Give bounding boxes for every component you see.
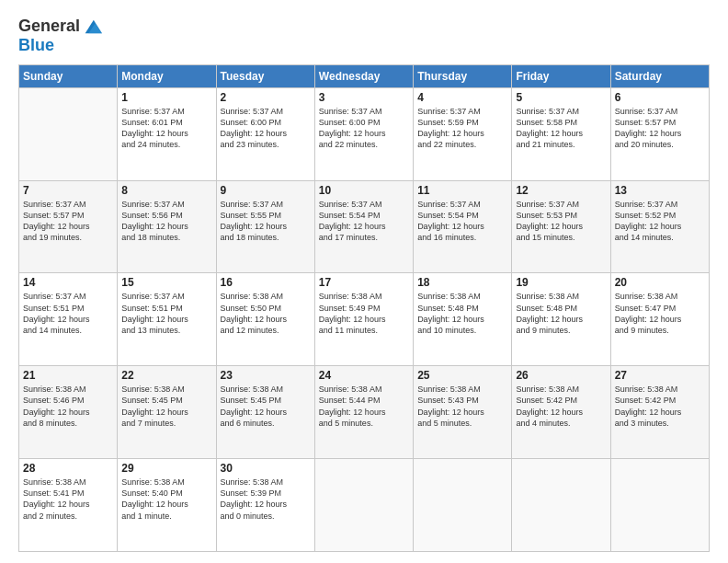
- calendar-table: SundayMondayTuesdayWednesdayThursdayFrid…: [18, 64, 710, 552]
- calendar-cell: 23Sunrise: 5:38 AM Sunset: 5:45 PM Dayli…: [216, 366, 314, 459]
- day-number: 15: [121, 276, 211, 289]
- calendar-weekday-sunday: Sunday: [19, 64, 118, 87]
- calendar-weekday-saturday: Saturday: [610, 64, 709, 87]
- day-info: Sunrise: 5:37 AM Sunset: 5:56 PM Dayligh…: [121, 199, 211, 244]
- calendar-cell: [610, 459, 709, 552]
- day-number: 14: [23, 276, 113, 289]
- day-info: Sunrise: 5:38 AM Sunset: 5:43 PM Dayligh…: [417, 384, 507, 429]
- calendar-cell: 28Sunrise: 5:38 AM Sunset: 5:41 PM Dayli…: [19, 459, 118, 552]
- day-number: 23: [221, 369, 311, 382]
- day-number: 21: [23, 369, 113, 382]
- calendar-cell: 12Sunrise: 5:37 AM Sunset: 5:53 PM Dayli…: [512, 180, 610, 273]
- calendar-week-row: 7Sunrise: 5:37 AM Sunset: 5:57 PM Daylig…: [19, 180, 710, 273]
- day-info: Sunrise: 5:38 AM Sunset: 5:45 PM Dayligh…: [221, 384, 311, 429]
- calendar-cell: 5Sunrise: 5:37 AM Sunset: 5:58 PM Daylig…: [512, 87, 610, 180]
- calendar-week-row: 1Sunrise: 5:37 AM Sunset: 6:01 PM Daylig…: [19, 87, 710, 180]
- calendar-cell: 24Sunrise: 5:38 AM Sunset: 5:44 PM Dayli…: [314, 366, 413, 459]
- calendar-cell: 8Sunrise: 5:37 AM Sunset: 5:56 PM Daylig…: [118, 180, 216, 273]
- day-info: Sunrise: 5:37 AM Sunset: 5:51 PM Dayligh…: [121, 291, 211, 336]
- calendar-week-row: 21Sunrise: 5:38 AM Sunset: 5:46 PM Dayli…: [19, 366, 710, 459]
- day-number: 2: [221, 91, 311, 104]
- logo-text: General: [18, 17, 80, 36]
- calendar-weekday-wednesday: Wednesday: [314, 64, 413, 87]
- calendar-week-row: 28Sunrise: 5:38 AM Sunset: 5:41 PM Dayli…: [19, 459, 710, 552]
- calendar-cell: 26Sunrise: 5:38 AM Sunset: 5:42 PM Dayli…: [512, 366, 610, 459]
- calendar-cell: 19Sunrise: 5:38 AM Sunset: 5:48 PM Dayli…: [512, 273, 610, 366]
- calendar-cell: 2Sunrise: 5:37 AM Sunset: 6:00 PM Daylig…: [216, 87, 314, 180]
- logo: General Blue: [18, 17, 102, 55]
- day-number: 7: [23, 184, 113, 197]
- day-info: Sunrise: 5:37 AM Sunset: 5:58 PM Dayligh…: [516, 106, 606, 151]
- logo-icon: [82, 17, 102, 37]
- calendar-weekday-monday: Monday: [118, 64, 216, 87]
- day-number: 1: [121, 91, 211, 104]
- day-info: Sunrise: 5:37 AM Sunset: 5:57 PM Dayligh…: [23, 199, 113, 244]
- calendar-header-row: SundayMondayTuesdayWednesdayThursdayFrid…: [19, 64, 710, 87]
- calendar-cell: 21Sunrise: 5:38 AM Sunset: 5:46 PM Dayli…: [19, 366, 118, 459]
- day-info: Sunrise: 5:38 AM Sunset: 5:42 PM Dayligh…: [516, 384, 606, 429]
- calendar-cell: 22Sunrise: 5:38 AM Sunset: 5:45 PM Dayli…: [118, 366, 216, 459]
- calendar-cell: [314, 459, 413, 552]
- day-number: 29: [121, 462, 211, 475]
- calendar-cell: 16Sunrise: 5:38 AM Sunset: 5:50 PM Dayli…: [216, 273, 314, 366]
- calendar-cell: 20Sunrise: 5:38 AM Sunset: 5:47 PM Dayli…: [610, 273, 709, 366]
- day-number: 9: [221, 184, 311, 197]
- day-number: 10: [319, 184, 409, 197]
- day-number: 28: [23, 462, 113, 475]
- calendar-cell: 6Sunrise: 5:37 AM Sunset: 5:57 PM Daylig…: [610, 87, 709, 180]
- day-info: Sunrise: 5:37 AM Sunset: 5:51 PM Dayligh…: [23, 291, 113, 336]
- calendar-cell: [19, 87, 118, 180]
- calendar-cell: [414, 459, 512, 552]
- day-info: Sunrise: 5:37 AM Sunset: 5:59 PM Dayligh…: [417, 106, 507, 151]
- day-info: Sunrise: 5:38 AM Sunset: 5:45 PM Dayligh…: [121, 384, 211, 429]
- day-info: Sunrise: 5:38 AM Sunset: 5:49 PM Dayligh…: [319, 291, 409, 336]
- calendar-cell: 18Sunrise: 5:38 AM Sunset: 5:48 PM Dayli…: [414, 273, 512, 366]
- day-number: 12: [516, 184, 606, 197]
- day-number: 20: [615, 276, 705, 289]
- header: General Blue: [18, 17, 710, 55]
- day-number: 5: [516, 91, 606, 104]
- day-info: Sunrise: 5:37 AM Sunset: 5:52 PM Dayligh…: [615, 199, 705, 244]
- calendar-cell: 3Sunrise: 5:37 AM Sunset: 6:00 PM Daylig…: [314, 87, 413, 180]
- page: General Blue SundayMondayTuesdayWednesda…: [0, 0, 728, 563]
- calendar-cell: 25Sunrise: 5:38 AM Sunset: 5:43 PM Dayli…: [414, 366, 512, 459]
- calendar-cell: 13Sunrise: 5:37 AM Sunset: 5:52 PM Dayli…: [610, 180, 709, 273]
- calendar-cell: 1Sunrise: 5:37 AM Sunset: 6:01 PM Daylig…: [118, 87, 216, 180]
- day-info: Sunrise: 5:38 AM Sunset: 5:39 PM Dayligh…: [221, 477, 311, 522]
- day-info: Sunrise: 5:38 AM Sunset: 5:42 PM Dayligh…: [615, 384, 705, 429]
- day-number: 25: [417, 369, 507, 382]
- day-number: 19: [516, 276, 606, 289]
- day-info: Sunrise: 5:37 AM Sunset: 6:00 PM Dayligh…: [319, 106, 409, 151]
- calendar-cell: 30Sunrise: 5:38 AM Sunset: 5:39 PM Dayli…: [216, 459, 314, 552]
- day-info: Sunrise: 5:37 AM Sunset: 5:54 PM Dayligh…: [319, 199, 409, 244]
- day-info: Sunrise: 5:37 AM Sunset: 5:53 PM Dayligh…: [516, 199, 606, 244]
- calendar-cell: 9Sunrise: 5:37 AM Sunset: 5:55 PM Daylig…: [216, 180, 314, 273]
- logo-blue: Blue: [18, 37, 102, 55]
- day-info: Sunrise: 5:38 AM Sunset: 5:44 PM Dayligh…: [319, 384, 409, 429]
- day-info: Sunrise: 5:38 AM Sunset: 5:40 PM Dayligh…: [121, 477, 211, 522]
- day-number: 11: [417, 184, 507, 197]
- day-info: Sunrise: 5:38 AM Sunset: 5:47 PM Dayligh…: [615, 291, 705, 336]
- day-info: Sunrise: 5:37 AM Sunset: 5:54 PM Dayligh…: [417, 199, 507, 244]
- day-info: Sunrise: 5:37 AM Sunset: 6:00 PM Dayligh…: [221, 106, 311, 151]
- calendar-week-row: 14Sunrise: 5:37 AM Sunset: 5:51 PM Dayli…: [19, 273, 710, 366]
- day-info: Sunrise: 5:38 AM Sunset: 5:48 PM Dayligh…: [417, 291, 507, 336]
- logo-general: General: [18, 17, 80, 35]
- day-info: Sunrise: 5:38 AM Sunset: 5:41 PM Dayligh…: [23, 477, 113, 522]
- calendar-cell: 27Sunrise: 5:38 AM Sunset: 5:42 PM Dayli…: [610, 366, 709, 459]
- calendar-weekday-thursday: Thursday: [414, 64, 512, 87]
- day-info: Sunrise: 5:38 AM Sunset: 5:46 PM Dayligh…: [23, 384, 113, 429]
- calendar-cell: 11Sunrise: 5:37 AM Sunset: 5:54 PM Dayli…: [414, 180, 512, 273]
- calendar-cell: 7Sunrise: 5:37 AM Sunset: 5:57 PM Daylig…: [19, 180, 118, 273]
- calendar-cell: 10Sunrise: 5:37 AM Sunset: 5:54 PM Dayli…: [314, 180, 413, 273]
- day-number: 30: [221, 462, 311, 475]
- day-number: 27: [615, 369, 705, 382]
- calendar-weekday-friday: Friday: [512, 64, 610, 87]
- day-info: Sunrise: 5:37 AM Sunset: 6:01 PM Dayligh…: [121, 106, 211, 151]
- day-number: 3: [319, 91, 409, 104]
- day-number: 24: [319, 369, 409, 382]
- calendar-cell: 14Sunrise: 5:37 AM Sunset: 5:51 PM Dayli…: [19, 273, 118, 366]
- day-number: 17: [319, 276, 409, 289]
- calendar-cell: 15Sunrise: 5:37 AM Sunset: 5:51 PM Dayli…: [118, 273, 216, 366]
- day-number: 26: [516, 369, 606, 382]
